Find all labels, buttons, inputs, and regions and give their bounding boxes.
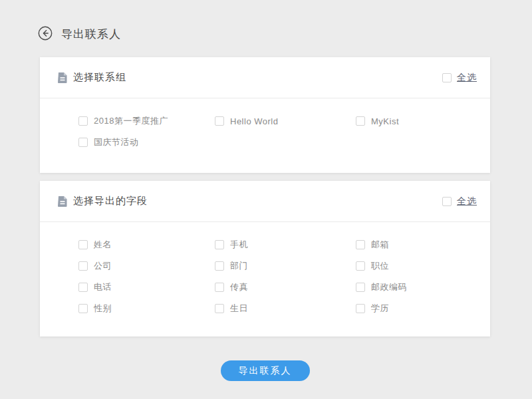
page-header: 导出联系人 [38,27,490,42]
field-checkbox[interactable] [215,261,224,271]
field-checkbox[interactable] [78,240,88,249]
field-checkbox-item[interactable]: 公司 [78,255,215,277]
export-contacts-button[interactable]: 导出联系人 [221,360,310,381]
field-checkbox-item[interactable]: 电话 [78,277,215,298]
select-all-fields-checkbox[interactable] [442,197,452,206]
group-label: 2018第一季度推广 [94,115,168,127]
field-label: 部门 [230,260,248,272]
field-label: 传真 [230,281,248,293]
select-all-fields[interactable]: 全选 [442,196,477,207]
group-checkbox[interactable] [78,138,88,147]
contact-groups-card: 选择联系组 全选 2018第一季度推广 Hello World MyKist 国… [40,57,490,173]
select-all-groups[interactable]: 全选 [442,72,477,84]
group-checkbox-item[interactable]: 国庆节活动 [78,132,215,153]
export-fields-card-header: 选择导出的字段 全选 [40,181,490,222]
export-fields-card-title: 选择导出的字段 [73,195,148,207]
field-checkbox-item[interactable]: 部门 [215,255,356,277]
field-label: 姓名 [94,239,112,251]
field-checkbox[interactable] [356,304,365,313]
field-label: 邮箱 [371,239,389,251]
export-fields-list: 姓名 手机 邮箱 公司 部门 职位 [40,222,490,336]
field-checkbox-item[interactable]: 生日 [215,298,356,319]
field-checkbox-item[interactable]: 姓名 [78,234,215,255]
field-checkbox-item[interactable]: 传真 [215,277,356,298]
field-checkbox[interactable] [78,304,88,313]
field-checkbox[interactable] [215,240,224,249]
group-checkbox-item[interactable]: MyKist [356,110,477,132]
field-label: 职位 [371,260,389,272]
export-contacts-page: 导出联系人 选择联系组 全选 2018第一季度推广 [40,0,490,381]
field-checkbox-item[interactable]: 手机 [215,234,356,255]
field-checkbox-item[interactable]: 性别 [78,298,215,319]
footer: 导出联系人 [40,360,490,381]
group-checkbox[interactable] [356,116,365,126]
field-checkbox[interactable] [78,261,88,271]
field-checkbox[interactable] [356,261,365,271]
field-label: 学历 [371,303,389,315]
arrow-left-circle-icon [38,26,53,43]
group-label: 国庆节活动 [94,136,139,148]
contact-groups-card-title: 选择联系组 [73,71,126,84]
group-label: MyKist [371,116,399,126]
field-checkbox-item[interactable]: 邮政编码 [356,277,477,298]
document-icon [58,196,67,207]
field-checkbox-item[interactable]: 邮箱 [356,234,477,255]
contact-groups-card-header: 选择联系组 全选 [40,57,490,98]
document-icon [58,72,67,83]
field-label: 生日 [230,303,248,315]
select-all-groups-checkbox[interactable] [442,73,452,82]
select-all-fields-label[interactable]: 全选 [457,196,477,207]
group-checkbox[interactable] [215,116,224,126]
field-checkbox[interactable] [215,283,224,292]
field-checkbox-item[interactable]: 职位 [356,255,477,277]
field-checkbox[interactable] [78,283,88,292]
contact-groups-list: 2018第一季度推广 Hello World MyKist 国庆节活动 [40,98,490,173]
page-title: 导出联系人 [61,27,121,42]
group-checkbox-item[interactable]: 2018第一季度推广 [78,110,215,132]
field-label: 手机 [230,239,248,251]
field-label: 公司 [94,260,112,272]
field-label: 性别 [94,303,112,315]
group-label: Hello World [230,116,278,126]
back-button[interactable] [38,27,53,42]
group-checkbox[interactable] [78,116,88,126]
export-fields-card: 选择导出的字段 全选 姓名 手机 邮箱 公司 [40,181,490,336]
field-label: 电话 [94,281,112,293]
group-checkbox-item[interactable]: Hello World [215,110,356,132]
field-label: 邮政编码 [371,281,407,293]
field-checkbox[interactable] [356,240,365,249]
field-checkbox-item[interactable]: 学历 [356,298,477,319]
field-checkbox[interactable] [356,283,365,292]
select-all-groups-label[interactable]: 全选 [457,72,477,84]
field-checkbox[interactable] [215,304,224,313]
